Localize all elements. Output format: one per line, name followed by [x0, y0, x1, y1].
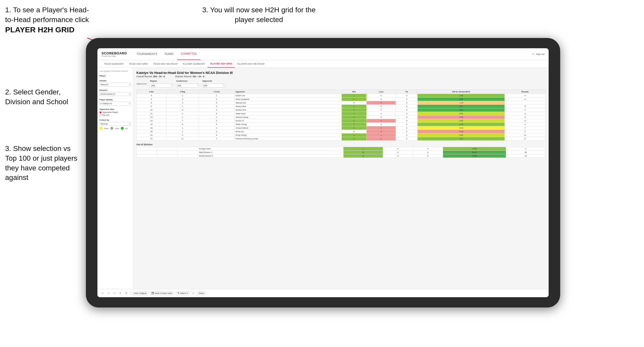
- bottom-toolbar: ↩ ↩ ↪ ⟳ ⏱ View: Original 💾 Save Custom V…: [97, 289, 549, 297]
- table-row: 16 1 3 Jessica Mason 1 2 0 -0.94 7: [137, 126, 546, 130]
- filter-region-group: Region (All): [150, 80, 173, 88]
- sub-nav-player-h2h-heatmap[interactable]: PLAYER H2H HEATMAP: [235, 60, 267, 68]
- colour-by-select[interactable]: Win/loss: [99, 122, 131, 126]
- sign-out-link[interactable]: Sign out: [536, 53, 545, 55]
- toolbar-divider: [130, 291, 130, 295]
- player-rank-section: Player (Rank) 8. Katelyn Vo: [99, 99, 131, 105]
- table-row: 6 3 3 Sydney Kuo 0 1 0 -1.00: [137, 101, 546, 105]
- col-opponent: Opponent: [235, 90, 342, 94]
- h2h-records: Overall Record: 353 - 34 - 6 Division Re…: [136, 75, 546, 78]
- undo2-btn[interactable]: ↩: [106, 292, 111, 295]
- eye-icon: 👁: [177, 292, 179, 294]
- colour-by-section: Colour by Win/loss Down Level Up: [99, 119, 131, 130]
- table-row: 14 7 4 Eunice Yi 2 2 0 0.38 9: [137, 119, 546, 123]
- refresh-btn[interactable]: ⟳: [118, 292, 123, 295]
- nav-tournaments[interactable]: TOURNAMENTS: [133, 48, 161, 60]
- redo-btn[interactable]: ↪: [112, 292, 117, 295]
- table-row: 10 6 3 Andrea York 2 0 0 4.00 4: [137, 108, 546, 112]
- h2h-table: # Div # Reg # Conf Opponent Win Loss Tie…: [136, 90, 546, 141]
- right-content: Katelyn Vo Head-to-Head Grid for Women's…: [133, 68, 549, 297]
- out-of-division-table: Foreign Team 1 0 0 4.500 2 NAIA Division…: [136, 147, 546, 158]
- col-conf: # Conf: [199, 90, 234, 94]
- nav-links: TOURNAMENTS TEAMS COMMITTEE: [133, 48, 532, 60]
- division-select[interactable]: NCAA Division III NCAA Division I NCAA D…: [99, 92, 131, 96]
- radio-top100[interactable]: Top 100: [99, 114, 131, 116]
- sub-nav: TEAM SUMMARY TEAM H2H GRID TEAM H2H HEAT…: [97, 60, 549, 68]
- nav-right: i | Sign out: [532, 53, 545, 55]
- colour-dot-down: [99, 127, 103, 130]
- sub-nav-team-h2h-grid[interactable]: TEAM H2H GRID: [126, 60, 150, 68]
- main-content: Last Updated: 27/03/2024 16:55:38 Player…: [97, 68, 549, 297]
- gender-section: Gender Women's Men's: [99, 80, 131, 86]
- table-row: 13 1 1 Jessica Huang 2 0 0 -3.00 2: [137, 115, 546, 119]
- table-row: 9 1 4 Sharon Mun 1 0 0 3.67 3: [137, 105, 546, 108]
- table-row: 20 11 7 Federica Domecq Lacroze 2 1 0 1.…: [137, 137, 546, 141]
- table-row: 15 8 5 Stella Cheng 1 0 0 1.25 4: [137, 123, 546, 126]
- filter-conference-group: Conference (All): [176, 80, 199, 88]
- filter-opponent-select[interactable]: (All): [202, 84, 225, 88]
- table-row: 5 2 2 Alexis Sudjianto 1 0 0 4.00 3: [137, 98, 546, 101]
- expand-btn[interactable]: ⤢: [191, 292, 195, 295]
- colour-legend: Down Level Up: [99, 127, 131, 130]
- out-table-row: NAIA Division 1 15 0 0 9.267 30: [137, 151, 546, 154]
- tablet-screen: SCOREBOARD Powered by clippd TOURNAMENTS…: [97, 48, 549, 297]
- filter-opponent-group: Opponent (All): [202, 80, 225, 88]
- colour-dot-up: [121, 127, 124, 130]
- radio-opponents-played-indicator: [99, 111, 102, 113]
- clock-btn[interactable]: ⏱: [124, 292, 129, 295]
- table-row: 11 2 5 Heejo Hyun 1 0 0 0.33 3: [137, 112, 546, 115]
- radio-top100-indicator: [99, 114, 102, 116]
- col-loss: Loss: [367, 90, 396, 94]
- division-section: Division NCAA Division III NCAA Division…: [99, 89, 131, 96]
- app-nav: SCOREBOARD Powered by clippd TOURNAMENTS…: [97, 48, 549, 60]
- out-table-row: Foreign Team 1 0 0 4.500 2: [137, 147, 546, 151]
- save-custom-btn[interactable]: 💾 Save Custom View: [150, 291, 174, 295]
- sub-nav-player-h2h-grid[interactable]: PLAYER H2H GRID: [208, 60, 235, 68]
- col-div: # Div: [137, 90, 166, 94]
- left-panel: Last Updated: 27/03/2024 16:55:38 Player…: [97, 68, 133, 297]
- save-icon: 💾: [152, 292, 154, 294]
- table-row: 19 4 6 Emily Chang 4 1 0 0.30 11: [137, 133, 546, 137]
- filter-region-select[interactable]: (All): [150, 84, 173, 88]
- share-btn[interactable]: Share: [197, 291, 206, 295]
- col-tie: Tie: [396, 90, 418, 94]
- colour-dot-level: [110, 127, 113, 130]
- col-reg: # Reg: [166, 90, 199, 94]
- filter-row: Opponents: Region (All) Conference: [136, 80, 546, 88]
- sub-nav-team-h2h-heatmap[interactable]: TEAM H2H HEATMAP: [150, 60, 180, 68]
- watch-btn[interactable]: 👁 Watch ▾: [176, 291, 189, 295]
- col-diff: Diff Av Strokes/Rnd: [418, 90, 505, 94]
- app-logo: SCOREBOARD Powered by clippd: [102, 51, 127, 57]
- nav-teams[interactable]: TEAMS: [161, 48, 177, 60]
- player-section: Player: [99, 75, 131, 77]
- gender-select[interactable]: Women's Men's: [99, 83, 131, 86]
- opponent-view-section: Opponent view Opponents Played Top 100: [99, 108, 131, 116]
- view-original-btn[interactable]: View: Original: [132, 291, 148, 295]
- radio-opponents-played[interactable]: Opponents Played: [99, 111, 131, 113]
- col-rounds: Rounds: [505, 90, 545, 94]
- sub-nav-player-summary[interactable]: PLAYER SUMMARY: [180, 60, 208, 68]
- filter-conference-select[interactable]: (All): [176, 84, 199, 88]
- col-win: Win: [341, 90, 367, 94]
- table-row: 18 2 2 Euna Lee 0 2 0 -5.00 2: [137, 130, 546, 133]
- out-table-row: NCAA Division 2 5 0 0 7.400 10: [137, 154, 546, 158]
- player-rank-select[interactable]: 8. Katelyn Vo: [99, 102, 131, 105]
- nav-committee[interactable]: COMMITTEE: [177, 48, 200, 60]
- tablet-frame: SCOREBOARD Powered by clippd TOURNAMENTS…: [86, 38, 560, 307]
- table-row: 3 1 1 Esther Lee 1 0 0 1.50 4: [137, 94, 546, 98]
- undo-btn[interactable]: ↩: [100, 292, 105, 295]
- sub-nav-team-summary[interactable]: TEAM SUMMARY: [102, 60, 126, 68]
